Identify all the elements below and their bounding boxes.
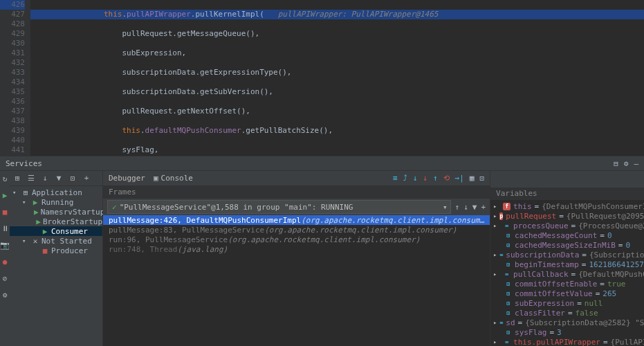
- tree-running[interactable]: ▾▶Running: [10, 197, 102, 207]
- stack-frames: pullMessage:426, DefaultMQPushConsumerIm…: [103, 215, 490, 346]
- trace-icon[interactable]: ⊡: [479, 174, 484, 183]
- force-step-icon[interactable]: ↓: [423, 174, 427, 183]
- breakpoints-icon[interactable]: ●: [0, 257, 10, 266]
- settings-icon[interactable]: ⚙: [0, 290, 10, 300]
- add-icon[interactable]: +: [82, 174, 91, 183]
- tree-application[interactable]: ▾⊞Application: [10, 188, 102, 197]
- tree-down-icon[interactable]: ↓: [40, 174, 50, 183]
- var-row[interactable]: ▸∞ pullCallback = {DefaultMQPushConsumer…: [490, 269, 644, 279]
- pause-icon[interactable]: ⏸: [0, 224, 10, 233]
- camera-icon[interactable]: 📷: [0, 240, 10, 250]
- var-row[interactable]: ▸∞ this.pullAPIWrapper = {PullAPIWrapper…: [490, 337, 644, 346]
- var-row[interactable]: ⊡ commitOffsetEnable = true: [490, 279, 644, 289]
- services-tree-panel: ⊞ ☰ ↓ ▼ ⊡ + ▾⊞Application ▾▶Running ▶Nam…: [10, 171, 103, 346]
- run-cursor-icon[interactable]: →|: [455, 174, 464, 183]
- debug-tabs: Debugger ▣Console ≡ ⤴ ↓ ↓ ↑ ⟲ →| ▦ ⊡: [103, 171, 490, 186]
- evaluate-icon[interactable]: ▦: [470, 174, 475, 183]
- frame-add-icon[interactable]: +: [481, 203, 486, 212]
- stack-frame[interactable]: run:96, PullMessageService (org.apache.r…: [103, 235, 490, 244]
- frames-header: Frames: [103, 186, 490, 199]
- stack-frame[interactable]: pullMessage:426, DefaultMQPushConsumerIm…: [103, 215, 490, 225]
- var-row[interactable]: ▸∞ processQueue = {ProcessQueue@2133}: [490, 221, 644, 230]
- var-row[interactable]: ⊡ classFilter = false: [490, 308, 644, 318]
- chevron-down-icon: ▾: [443, 203, 448, 212]
- line-gutter: 426 427 428 429 430 431 432 433 434 435 …: [0, 0, 30, 156]
- var-row[interactable]: ⊡ commitOffsetValue = 265: [490, 289, 644, 298]
- frame-up-icon[interactable]: ↑: [455, 203, 460, 212]
- tab-debugger[interactable]: Debugger: [109, 174, 145, 183]
- debug-left-rail: ↻ ▶ ■ ⏸ 📷 ● ⊘ ⚙: [0, 171, 10, 346]
- var-row[interactable]: ⊡ cachedMessageCount = 0: [490, 230, 644, 240]
- var-row[interactable]: ⊡ sysFlag = 3: [490, 327, 644, 337]
- thread-dropdown[interactable]: ✓ "PullMessageService"@1,588 in group "m…: [107, 200, 451, 214]
- tree-broker[interactable]: ▶BrokerStartup: [10, 217, 102, 226]
- show-exec-icon[interactable]: ≡: [393, 174, 398, 183]
- collapse-icon[interactable]: ☰: [26, 174, 36, 183]
- minimize-icon[interactable]: —: [634, 159, 638, 168]
- stack-frame[interactable]: run:748, Thread (java.lang): [103, 244, 490, 254]
- var-row[interactable]: ▸∞ sd = {SubscriptionData@2582} "Subscri…: [490, 318, 644, 327]
- stop-icon[interactable]: ■: [0, 207, 10, 217]
- var-row[interactable]: ⊡ subExpression = null: [490, 298, 644, 308]
- code-editor[interactable]: 426 427 428 429 430 431 432 433 434 435 …: [0, 0, 644, 156]
- tree-notstarted[interactable]: ▾✕Not Started: [10, 236, 102, 246]
- variables-list: ▸f this = {DefaultMQPushConsumerImpl@900…: [490, 200, 644, 346]
- stack-frame[interactable]: pullMessage:83, PullMessageService (org.…: [103, 225, 490, 235]
- check-icon: ✓: [112, 203, 117, 212]
- mute-breakpoints-icon[interactable]: ⊘: [0, 273, 10, 283]
- expand-icon[interactable]: ⊞: [12, 174, 22, 183]
- hide-icon[interactable]: ⊟: [614, 159, 618, 168]
- drop-frame-icon[interactable]: ⟲: [443, 174, 450, 183]
- var-row[interactable]: ⊡ beginTimestamp = 1621866412579: [490, 260, 644, 269]
- services-title: Services: [6, 159, 42, 168]
- filter-icon[interactable]: ▼: [54, 174, 64, 183]
- var-row[interactable]: ▸p pullRequest = {PullRequest@2095} "Pul…: [490, 211, 644, 221]
- code-body[interactable]: this.pullAPIWrapper.pullKernelImpl( pull…: [30, 0, 644, 156]
- rerun-icon[interactable]: ↻: [0, 174, 10, 183]
- gear-icon[interactable]: ⚙: [624, 159, 629, 168]
- frame-down-icon[interactable]: ↓: [463, 203, 468, 212]
- var-row[interactable]: ▸∞ subscriptionData = {SubscriptionData@…: [490, 250, 644, 260]
- variables-header: Variables: [490, 188, 644, 200]
- tab-console[interactable]: ▣Console: [154, 174, 193, 183]
- var-row[interactable]: ▸f this = {DefaultMQPushConsumerImpl@900…: [490, 201, 644, 211]
- tree-consumer[interactable]: ▶Consumer: [10, 226, 102, 236]
- resume-icon[interactable]: ▶: [0, 190, 10, 200]
- step-out-icon[interactable]: ↑: [433, 174, 438, 183]
- step-into-icon[interactable]: ↓: [413, 174, 418, 183]
- services-toolbar: Services ⊟ ⚙ —: [0, 156, 644, 171]
- frame-filter-icon[interactable]: ▼: [472, 203, 477, 212]
- var-row[interactable]: ⊡ cachedMessageSizeInMiB = 0: [490, 240, 644, 250]
- group-icon[interactable]: ⊡: [68, 174, 77, 183]
- tree-namesrv[interactable]: ▶NamesrvStartup: [10, 207, 102, 217]
- tree-producer[interactable]: ■Producer: [10, 246, 102, 255]
- step-over-icon[interactable]: ⤴: [403, 174, 407, 183]
